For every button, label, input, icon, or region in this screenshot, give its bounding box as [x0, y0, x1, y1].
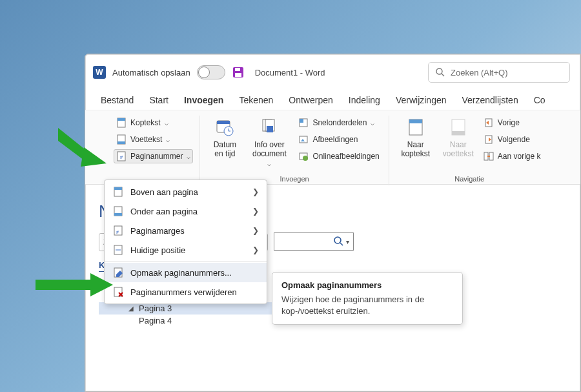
dd-current-position[interactable]: Huidige positie ❯: [105, 240, 267, 260]
svg-point-3: [436, 68, 442, 74]
dd-format-page-numbers[interactable]: Opmaak paginanummers...: [105, 263, 267, 282]
ribbon: Koptekst⌵ Voettekst⌵ # Paginanummer⌵: [85, 110, 580, 185]
chevron-down-icon: ⌵: [166, 136, 170, 143]
chevron-right-icon: ❯: [252, 245, 259, 254]
remove-page-numbers-icon: [112, 286, 124, 298]
tab-verwijzingen[interactable]: Verwijzingen: [388, 90, 454, 110]
previous-icon: [484, 118, 494, 128]
svg-rect-8: [117, 141, 125, 144]
ribbon-tabs: Bestand Start Invoegen Tekenen Ontwerpen…: [85, 90, 580, 110]
svg-line-37: [340, 243, 343, 245]
tab-tekenen[interactable]: Tekenen: [231, 90, 281, 110]
svg-text:#: #: [116, 230, 119, 234]
pictures-icon: [298, 134, 309, 145]
calendar-clock-icon: [214, 117, 235, 138]
tab-bestand[interactable]: Bestand: [93, 90, 141, 110]
svg-rect-28: [452, 131, 465, 135]
annotation-arrow-2: [36, 273, 113, 296]
chevron-down-icon: ⌵: [187, 153, 190, 160]
quick-parts-button[interactable]: Snelonderdelen⌵: [296, 116, 382, 130]
caret-icon: ◢: [128, 305, 135, 312]
group-label-navigation: Navigatie: [454, 175, 484, 185]
date-time-button[interactable]: Datum en tijd: [207, 116, 243, 160]
document-info-icon: [259, 117, 280, 138]
svg-rect-1: [235, 68, 240, 71]
next-icon: [484, 134, 494, 145]
svg-rect-12: [217, 121, 230, 124]
footer-icon: [116, 134, 127, 145]
svg-rect-18: [267, 126, 273, 132]
search-icon: [333, 236, 345, 247]
header-icon: [116, 118, 127, 128]
svg-rect-20: [300, 119, 303, 123]
link-icon: [484, 151, 494, 161]
page-number-dropdown: Boven aan pagina ❯ Onder aan pagina ❯ # …: [104, 180, 267, 304]
search-icon: [435, 67, 445, 77]
tab-indeling[interactable]: Indeling: [341, 90, 388, 110]
group-header-footer: Koptekst⌵ Voettekst⌵ # Paginanummer⌵: [107, 116, 200, 185]
search-box[interactable]: Zoeken (Alt+Q): [428, 62, 570, 83]
dd-page-margins[interactable]: # Paginamarges ❯: [105, 221, 267, 240]
svg-point-36: [334, 237, 341, 243]
format-page-numbers-icon: [112, 267, 124, 278]
previous-button[interactable]: Vorige: [481, 116, 544, 130]
svg-rect-41: [114, 213, 122, 216]
tab-ontwerpen[interactable]: Ontwerpen: [281, 90, 340, 110]
header-button[interactable]: Koptekst⌵: [114, 116, 193, 130]
svg-line-4: [442, 74, 444, 76]
chevron-right-icon: ❯: [252, 207, 259, 216]
quick-parts-icon: [298, 118, 309, 128]
page-margins-icon: #: [112, 225, 124, 236]
pictures-button[interactable]: Afbeeldingen: [296, 132, 382, 147]
dd-top-of-page[interactable]: Boven aan pagina ❯: [105, 182, 267, 201]
svg-marker-51: [81, 147, 107, 167]
titlebar: W Automatisch opslaan Document1 - Word Z…: [85, 54, 580, 90]
group-navigation: Naar koptekst Naar voettekst Vorige: [389, 116, 550, 185]
svg-rect-6: [117, 118, 125, 121]
tooltip-body: Wijzigen hoe de paginanummers in de kop-…: [281, 294, 453, 316]
chevron-right-icon: ❯: [252, 187, 259, 196]
chevron-down-icon: ⌵: [267, 160, 271, 168]
link-previous-button[interactable]: Aan vorige k: [481, 149, 544, 163]
secondary-search[interactable]: ▾: [274, 232, 354, 251]
tooltip: Opmaak paginanummers Wijzigen hoe de pag…: [272, 272, 463, 325]
page-bottom-icon: [112, 205, 124, 217]
footer-button[interactable]: Voettekst⌵: [114, 132, 193, 147]
autosave-toggle[interactable]: [197, 65, 225, 79]
svg-rect-21: [300, 136, 307, 143]
online-pictures-icon: [298, 151, 309, 161]
current-position-icon: [112, 244, 124, 256]
goto-header-icon: [405, 117, 426, 138]
svg-rect-26: [409, 119, 422, 123]
tab-start[interactable]: Start: [141, 90, 176, 110]
tooltip-title: Opmaak paginanummers: [281, 280, 453, 290]
document-title: Document1 - Word: [255, 68, 325, 77]
autosave-label: Automatisch opslaan: [112, 68, 190, 77]
group-label-insert: Invoegen: [280, 175, 309, 185]
page-top-icon: [112, 186, 124, 198]
document-info-button[interactable]: Info over document⌵: [245, 116, 293, 169]
goto-footer-button[interactable]: Naar voettekst: [438, 116, 478, 160]
dd-bottom-of-page[interactable]: Onder aan pagina ❯: [105, 201, 267, 221]
chevron-down-icon: ⌵: [165, 119, 168, 127]
svg-text:#: #: [120, 154, 123, 160]
chevron-right-icon: ❯: [252, 226, 259, 235]
tab-invoegen[interactable]: Invoegen: [176, 90, 231, 110]
goto-header-button[interactable]: Naar koptekst: [396, 116, 436, 160]
save-icon[interactable]: [232, 66, 245, 79]
group-insert: Datum en tijd Info over document⌵ Snelon…: [200, 116, 389, 185]
separator: [105, 261, 267, 262]
page-number-icon: #: [116, 151, 127, 161]
page-number-button[interactable]: # Paginanummer⌵: [114, 149, 193, 163]
next-button[interactable]: Volgende: [481, 132, 544, 147]
dd-remove-page-numbers[interactable]: Paginanummers verwijderen: [105, 282, 267, 302]
tab-verzendlijsten[interactable]: Verzendlijsten: [454, 90, 526, 110]
search-placeholder: Zoeken (Alt+Q): [451, 68, 508, 77]
goto-footer-icon: [448, 117, 469, 138]
annotation-arrow-1: [58, 128, 110, 173]
svg-point-24: [303, 156, 308, 161]
chevron-down-icon: ⌵: [371, 119, 374, 127]
tab-co[interactable]: Co: [526, 90, 553, 110]
online-pictures-button[interactable]: Onlineafbeeldingen: [296, 149, 382, 163]
nav-tree-item[interactable]: Pagina 4: [99, 315, 268, 327]
